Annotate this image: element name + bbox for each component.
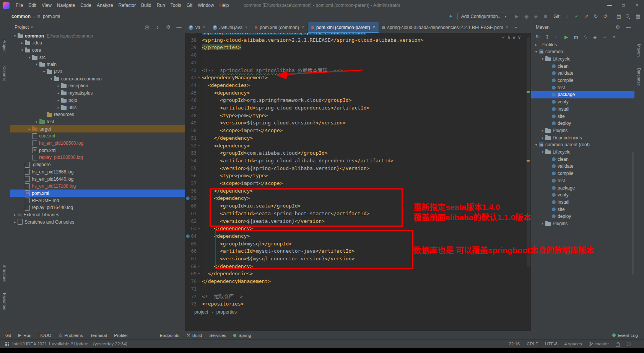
tool-window-button-favorites[interactable]: Favorites	[2, 293, 7, 310]
breadcrumb-xml-properties[interactable]: properties	[216, 309, 237, 315]
maven-tree-item-lifecycle[interactable]: ▾Lifecycle	[531, 149, 634, 156]
chevron-collapsed-icon[interactable]: ▸	[27, 127, 32, 131]
code-line-42[interactable]: 42<!-- springcloud springAlibaba 依赖版本管理 …	[185, 67, 531, 74]
project-tree-item-core[interactable]: ▾core	[10, 46, 185, 54]
fold-marker[interactable]: −	[198, 142, 200, 150]
code-line-70[interactable]: 70−</dependencyManagement>	[185, 278, 531, 285]
add-configuration-button[interactable]: Add Configuration...▾	[457, 13, 511, 20]
run-icon[interactable]: ▶	[514, 13, 520, 20]
maven-tree-item-plugins[interactable]: ▸Plugins	[531, 220, 634, 227]
hide-panel-icon[interactable]: ―	[176, 24, 182, 30]
fold-marker[interactable]: −	[198, 278, 200, 285]
menu-window[interactable]: Window	[195, 0, 217, 11]
code-line-40[interactable]: 40	[185, 51, 531, 59]
maven-tree-item-verify[interactable]: verify	[531, 191, 634, 199]
code-line-43[interactable]: 43−<dependencyManagement>	[185, 74, 531, 82]
chevron-expanded-icon[interactable]: ▾	[27, 56, 32, 59]
code-line-39[interactable]: 39</properties>	[185, 44, 531, 51]
project-tree-item-target[interactable]: ▸target	[10, 125, 185, 132]
project-tree-item-java[interactable]: ▾java	[10, 68, 185, 75]
editor-tab-jwtutil-java[interactable]: CJwtUtil.java×	[209, 22, 252, 33]
fold-marker[interactable]: −	[198, 82, 200, 89]
code-line-44[interactable]: 44− <dependencies>	[185, 82, 531, 89]
menu-git[interactable]: Git	[184, 0, 195, 11]
project-tree-item-gitignore[interactable]: .gitignore	[10, 161, 185, 168]
code-line-37[interactable]: 37<spring-cloud.version>Hoxton.SR8</spri…	[185, 33, 531, 36]
tool-window-button-build[interactable]: ⚒Build	[187, 333, 202, 338]
project-tree-item-mybatisplus[interactable]: ▸mybatisplus	[10, 90, 185, 97]
project-panel-title[interactable]: Project	[15, 25, 29, 30]
chevron-collapsed-icon[interactable]: ▸	[56, 106, 61, 109]
breadcrumb-module[interactable]: common	[11, 14, 31, 19]
history-icon[interactable]: ↻	[593, 13, 599, 20]
chevron-collapsed-icon[interactable]: ▸	[540, 222, 545, 226]
chevron-expanded-icon[interactable]: ▾	[540, 150, 545, 154]
maven-tree-item-validate[interactable]: validate	[531, 163, 634, 170]
event-log-button[interactable]: Event Log	[612, 333, 638, 338]
maven-tree-item-clean[interactable]: clean	[531, 62, 634, 70]
chevron-expanded-icon[interactable]: ▾	[49, 77, 54, 81]
tool-window-button-services[interactable]: Services	[209, 333, 226, 338]
code-line-46[interactable]: 46 <groupId>org.springframework.cloud</g…	[185, 96, 531, 104]
maven-tree-item-site[interactable]: site	[531, 206, 634, 213]
tool-window-button-spring[interactable]: Spring	[233, 333, 251, 338]
add-maven-project-icon[interactable]: +	[554, 34, 560, 40]
maven-tree-item-verify[interactable]: verify	[531, 98, 634, 106]
select-opened-file-icon[interactable]: ◎	[144, 24, 150, 30]
tool-window-button-problems[interactable]: ⚠Problems	[59, 333, 83, 338]
tool-window-button-maven[interactable]: Maven	[637, 44, 641, 57]
status-widget-22-16[interactable]: 22:16	[509, 342, 520, 346]
project-tree-item-hs-err-pid117188-log[interactable]: hs_err_pid117188.log	[10, 183, 185, 190]
status-message[interactable]: IntelliJ IDEA 2021.1 available // Update…	[12, 342, 127, 346]
editor-scrollbar[interactable]	[527, 37, 530, 267]
project-tree-item-common[interactable]: ▾commonE:\workspace\common	[10, 32, 185, 39]
chevron-expanded-icon[interactable]: ▾	[41, 70, 47, 74]
tool-window-button-endpoints[interactable]: Endpoints	[160, 333, 179, 338]
project-tree-item-idea[interactable]: ▸.idea	[10, 39, 185, 47]
chevron-collapsed-icon[interactable]: ▸	[540, 136, 545, 140]
search-everywhere-icon[interactable]	[625, 14, 631, 20]
tool-window-button-git[interactable]: Git	[5, 333, 11, 338]
project-tree-item-scratches-and-consoles[interactable]: ▸Scratches and Consoles	[10, 218, 185, 226]
maven-panel-title[interactable]: Maven	[536, 25, 550, 30]
code-line-50[interactable]: 50 <scope>import</scope>	[185, 127, 531, 134]
maven-tree-item-install[interactable]: install	[531, 198, 634, 206]
project-tree-item-hs-err-pid12668-log[interactable]: hs_err_pid12668.log	[10, 168, 185, 175]
next-problem-icon[interactable]: ∨	[518, 35, 521, 40]
menu-build[interactable]: Build	[138, 0, 154, 11]
tool-window-button-project[interactable]: Project	[2, 39, 7, 52]
chevron-expanded-icon[interactable]: ▾	[540, 57, 545, 61]
coverage-icon[interactable]: ◈	[533, 13, 539, 20]
fold-marker[interactable]: −	[198, 187, 200, 195]
code-line-69[interactable]: 69− </dependencies>	[185, 270, 531, 278]
maven-scrollbar[interactable]	[632, 152, 634, 275]
code-line-55[interactable]: 55 <version>${spring-cloud-alibaba.versi…	[185, 165, 531, 172]
maven-tree-item-site[interactable]: site	[531, 113, 634, 120]
chevron-collapsed-icon[interactable]: ▸	[56, 98, 61, 102]
fold-marker[interactable]: −	[198, 74, 200, 82]
menu-code[interactable]: Code	[78, 0, 94, 11]
code-line-49[interactable]: 49 <version>${spring-cloud.version}</ver…	[185, 119, 531, 127]
maven-tree-item-compile[interactable]: compile	[531, 77, 634, 84]
chevron-collapsed-icon[interactable]: ▸	[12, 213, 18, 217]
code-line-48[interactable]: 48 <type>pom</type>	[185, 112, 531, 119]
rollback-icon[interactable]: ↺	[602, 13, 608, 20]
maven-tree-item-deploy[interactable]: deploy	[531, 120, 634, 127]
settings-icon[interactable]: ⚙	[165, 24, 171, 30]
notifications-icon[interactable]	[627, 342, 631, 346]
debug-icon[interactable]: ◉	[523, 13, 529, 20]
hide-panel-icon[interactable]: ―	[625, 24, 631, 30]
settings-icon[interactable]: ⚙	[615, 24, 621, 30]
code-line-63[interactable]: 63− </dependency>	[185, 225, 531, 232]
code-line-71[interactable]: 71	[185, 285, 531, 293]
commit-icon[interactable]: ✓	[574, 13, 580, 20]
fold-marker[interactable]: −	[198, 270, 200, 278]
menu-analyze[interactable]: Analyze	[94, 0, 116, 11]
download-sources-icon[interactable]: ↧	[544, 34, 550, 40]
tool-window-button-database[interactable]: Database	[637, 68, 641, 86]
code-line-68[interactable]: 68− </dependency>	[185, 263, 531, 270]
status-widget-utf-8[interactable]: UTF-8	[545, 342, 558, 346]
git-branch-widget[interactable]: master	[589, 342, 609, 346]
code-line-66[interactable]: 66 <artifactId>mysql-connector-java</art…	[185, 247, 531, 255]
chevron-collapsed-icon[interactable]: ▸	[20, 41, 25, 45]
